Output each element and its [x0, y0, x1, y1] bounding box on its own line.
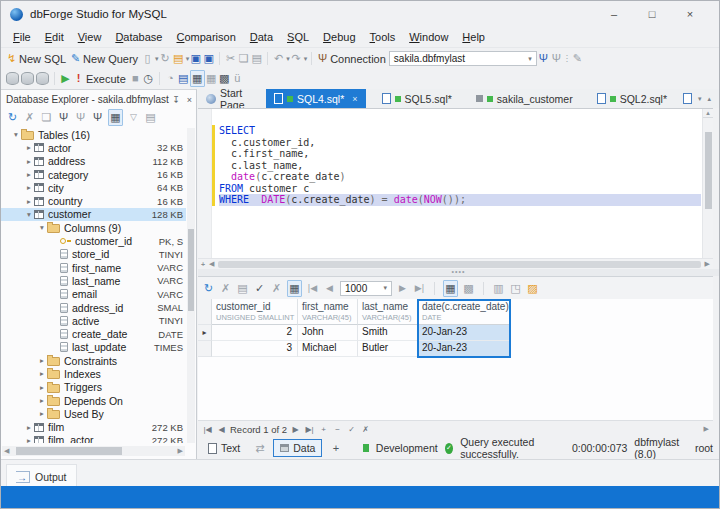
close-icon[interactable]: × [683, 8, 697, 20]
column-header-customer-id[interactable]: customer_idUNSIGNED SMALLINT [212, 299, 298, 325]
tab-sql2-sql[interactable]: SQL2.sql* [589, 89, 675, 108]
grid-cell[interactable]: Butler [358, 341, 418, 357]
refresh-icon[interactable]: ↻ [159, 51, 172, 66]
menu-sql[interactable]: SQL [280, 29, 316, 45]
layers-icon[interactable]: ▤ [144, 110, 157, 125]
minimize-icon[interactable]: – [607, 8, 621, 20]
explorer-vertical-scrollbar[interactable] [187, 128, 195, 443]
change-db-icon[interactable] [36, 72, 49, 85]
menu-file[interactable]: File [6, 29, 38, 45]
open-file-icon[interactable]: ▤ [172, 51, 185, 66]
scroll-left-icon[interactable]: ◀ [209, 260, 214, 268]
pivot-view-icon[interactable]: ▥ [492, 281, 505, 296]
nav-first-icon[interactable]: |◀ [202, 425, 213, 434]
tree-node-create-date[interactable]: create_dateDATE [1, 327, 186, 340]
more-icon[interactable]: ⋮ [563, 51, 571, 66]
expander-icon[interactable]: ▸ [24, 436, 34, 443]
delete-icon[interactable]: ✗ [219, 281, 232, 296]
swap-icon[interactable]: ⇄ [253, 441, 266, 456]
scroll-right-icon[interactable]: ▶ [178, 447, 183, 455]
menu-database[interactable]: Database [108, 29, 169, 45]
tree-node-last-update[interactable]: last_updateTIMES [1, 341, 186, 354]
tab-sakila-customer[interactable]: sakila_customer [468, 89, 581, 108]
prev-page-icon[interactable]: ◀ [323, 281, 336, 296]
nav-last-icon[interactable]: ▶| [304, 425, 315, 434]
compare-grid-icon[interactable]: ▦ [205, 71, 218, 86]
copy-icon[interactable]: ❏ [40, 110, 53, 125]
user-name[interactable]: root [695, 442, 713, 454]
column-header-date-c-create-date[interactable]: date(c.create_date)DATE [418, 299, 510, 325]
expander-icon[interactable]: ▸ [37, 396, 47, 405]
tree-node-active[interactable]: activeTINYI [1, 314, 186, 327]
nav-delete-icon[interactable]: − [332, 425, 343, 434]
commit-icon[interactable]: ✓ [253, 281, 266, 296]
tree-node-city[interactable]: ▸city64 KB [1, 181, 186, 194]
panel-close-icon[interactable]: × [187, 95, 192, 105]
scroll-left-icon[interactable]: ◀ [4, 447, 9, 455]
tab-data[interactable]: Data [273, 439, 322, 457]
tree-node-tables-16[interactable]: ▾Tables (16) [1, 128, 186, 141]
fetch-icon[interactable]: ▤ [236, 281, 249, 296]
filter-icon[interactable]: ▽ [127, 110, 140, 125]
add-view-button[interactable]: + [329, 441, 342, 456]
tree-node-store-id[interactable]: store_idTINYI [1, 248, 186, 261]
redo-icon[interactable]: ↷ [290, 51, 303, 66]
expander-icon[interactable]: ▸ [37, 369, 47, 378]
tree-node-actor[interactable]: ▸actor32 KB [1, 141, 186, 154]
grid-cell[interactable]: 2 [212, 325, 298, 341]
paste-icon[interactable]: ▤ [250, 51, 263, 66]
tree-node-category[interactable]: ▸category16 KB [1, 168, 186, 181]
tree-node-customer[interactable]: ▾customer128 KB [1, 208, 186, 221]
tree-node-first-name[interactable]: first_nameVARC [1, 261, 186, 274]
menu-tools[interactable]: Tools [363, 29, 403, 45]
column-header-first-name[interactable]: first_nameVARCHAR(45) [298, 299, 358, 325]
new-query-button[interactable]: New Query [83, 53, 138, 65]
chevron-down-icon[interactable]: ▾ [304, 55, 308, 63]
export-icon[interactable]: ▨ [526, 281, 539, 296]
cell-editor-icon[interactable]: ▦ [287, 280, 302, 297]
new-sql-button[interactable]: New SQL [19, 53, 66, 65]
tree-node-indexes[interactable]: ▸Indexes [1, 367, 186, 380]
execute-button[interactable]: Execute [86, 73, 126, 85]
connection-name[interactable]: dbfmylast (8.0) [634, 436, 688, 460]
page-size-combobox[interactable]: 1000 ▾ [340, 281, 392, 296]
disconnect-icon[interactable]: Ψ [74, 110, 87, 125]
delete-icon[interactable]: ✗ [23, 110, 36, 125]
grid-cell[interactable]: 3 [212, 341, 298, 357]
menu-data[interactable]: Data [243, 29, 280, 45]
connection-combobox[interactable]: sakila.dbfmylast ▾ [389, 51, 537, 66]
new-document-icon[interactable]: ▯ [141, 51, 154, 66]
tree-node-film[interactable]: ▸film272 KB [1, 421, 186, 434]
tree-node-email[interactable]: emailVARC [1, 288, 186, 301]
menu-window[interactable]: Window [402, 29, 455, 45]
params-icon[interactable]: ◳ [509, 281, 522, 296]
tree-node-country[interactable]: ▸country16 KB [1, 194, 186, 207]
maximize-icon[interactable]: □ [645, 8, 659, 20]
grid-cell[interactable]: 20-Jan-23 [418, 325, 510, 341]
profiler-icon[interactable]: ◔ [164, 71, 177, 86]
pin-icon[interactable]: ↧ [172, 95, 180, 105]
chevron-down-icon[interactable]: ▾ [698, 95, 702, 103]
plan-icon[interactable]: ▦ [190, 70, 205, 87]
connect-icon[interactable]: Ψ [537, 51, 550, 66]
connect-db-icon[interactable] [6, 72, 19, 85]
next-page-icon[interactable]: ▶ [396, 281, 409, 296]
refresh-icon[interactable]: ↻ [6, 110, 19, 125]
expander-icon[interactable]: ▸ [24, 157, 34, 166]
tree-node-constraints[interactable]: ▸Constraints [1, 354, 186, 367]
copy-icon[interactable]: ❏ [237, 51, 250, 66]
editor-results-splitter[interactable]: •••• [198, 269, 719, 276]
menu-edit[interactable]: Edit [38, 29, 71, 45]
tree-node-film-actor[interactable]: ▸film_actor272 KB [1, 434, 186, 443]
tab-start-page[interactable]: Start Page [198, 89, 258, 108]
editor-vertical-scrollbar[interactable]: ▴ [702, 109, 713, 258]
connect-icon[interactable]: Ψ [57, 110, 70, 125]
menu-debug[interactable]: Debug [316, 29, 362, 45]
expander-icon[interactable]: ▸ [24, 423, 34, 432]
tab-sql4-sql[interactable]: SQL4.sql*× [266, 89, 366, 108]
nav-new-icon[interactable]: + [318, 425, 329, 434]
grid-cell[interactable]: 20-Jan-23 [418, 341, 510, 357]
tree-node-columns-9[interactable]: ▾Columns (9) [1, 221, 186, 234]
menu-comparison[interactable]: Comparison [169, 29, 242, 45]
tree-node-last-name[interactable]: last_nameVARC [1, 274, 186, 287]
